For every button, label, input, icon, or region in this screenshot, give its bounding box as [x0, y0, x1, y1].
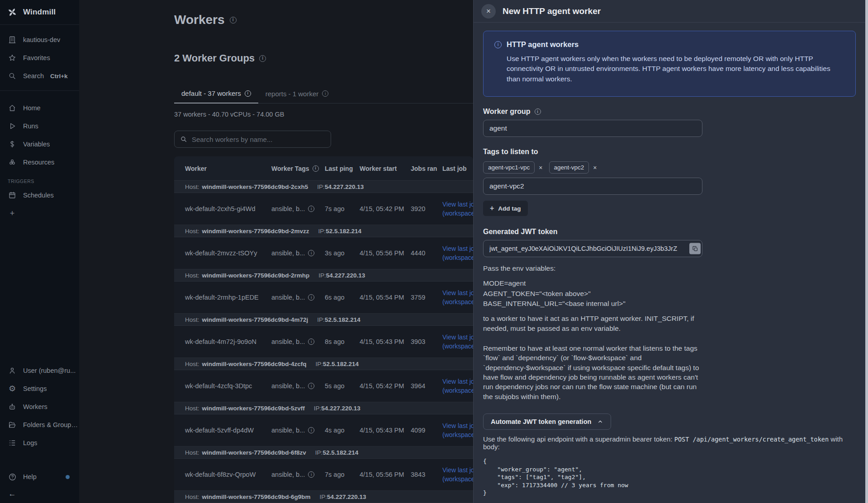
worker-group-input[interactable] [483, 120, 702, 137]
last-ping: 8s ago [325, 338, 360, 345]
search-icon [180, 136, 187, 143]
info-icon[interactable]: i [308, 471, 314, 478]
last-job-link[interactable]: View last jo(workspace [442, 288, 473, 307]
jwt-token-field [483, 240, 702, 257]
robot-icon [8, 403, 17, 411]
sidebar-item-user-ruben-ru[interactable]: User (ruben@ru... [0, 362, 79, 380]
worker-group-label-text: Worker group [483, 108, 531, 116]
dollar-icon [8, 140, 17, 148]
tab-reports-1-worker[interactable]: reports - 1 workeri [258, 87, 336, 103]
env-variables-lines: MODE=agentAGENT_TOKEN="<token above>"BAS… [483, 278, 856, 309]
last-job-link[interactable]: View last jo(workspace [442, 244, 473, 263]
host-row: Host:windmill-workers-77596dc9bd-4zcfqIP… [174, 358, 473, 370]
sidebar-bottom-nav: User (ruben@ru...⚙SettingsWorkersFolders… [0, 362, 79, 452]
env-variable-line: MODE=agent [483, 278, 856, 288]
arrow-left-icon: ← [8, 489, 17, 498]
drawer-title: New HTTP agent worker [503, 6, 601, 16]
tags-row: agent-vpc1-vpc×agent-vpc2× [483, 161, 856, 174]
sidebar-item-home[interactable]: Home [0, 99, 79, 117]
sidebar-item-kautious-dev[interactable]: kautious-dev [0, 31, 79, 49]
last-ping: 7s ago [325, 205, 360, 212]
last-job-link[interactable]: View last jo(workspace [442, 200, 473, 218]
sidebar-item-folders-groups[interactable]: Folders & Groups... [0, 416, 79, 434]
info-icon[interactable]: i [308, 206, 314, 212]
sidebar-item-schedules[interactable]: Schedules [0, 186, 79, 204]
info-icon[interactable]: i [259, 55, 266, 62]
tags-to-listen-label-text: Tags to listen to [483, 148, 538, 156]
collapse-sidebar-button[interactable]: ← [0, 486, 79, 502]
jwt-token-label: Generated JWT token [483, 228, 856, 236]
last-job-link[interactable]: View last jo(workspace [442, 465, 473, 484]
app-logo-row[interactable]: Windmill [0, 0, 79, 25]
worker-row: wk-default-6f8zv-QrpoWansible, b...i7s a… [174, 459, 473, 491]
sidebar-item-resources[interactable]: Resources [0, 153, 79, 171]
jobs-ran: 3843 [411, 471, 442, 478]
add-tag-button[interactable]: + Add tag [483, 201, 528, 216]
host-name: windmill-workers-77596dc9bd-4zcfq [202, 361, 307, 367]
remove-tag-icon[interactable]: × [539, 164, 542, 171]
info-icon: i [494, 41, 502, 48]
sidebar-item-logs[interactable]: Logs [0, 434, 79, 452]
env-variable-line: BASE_INTERNAL_URL="<base internal url>" [483, 299, 856, 309]
worker-start: 4/15, 05:43 PM [360, 338, 411, 345]
info-icon[interactable]: i [535, 108, 541, 115]
host-prefix: Host: [185, 449, 199, 456]
windmill-logo-icon [7, 7, 17, 17]
info-icon: i [245, 90, 251, 97]
sidebar-item-help[interactable]: Help [0, 468, 79, 486]
last-job-link[interactable]: View last jo(workspace [442, 421, 473, 440]
host-prefix: Host: [185, 183, 199, 190]
env-variables-outro: to a worker to have it act as an HTTP ag… [483, 314, 709, 334]
sidebar-item-favorites[interactable]: Favorites [0, 49, 79, 67]
info-icon[interactable]: i [308, 338, 314, 345]
host-row: Host:windmill-workers-77596dc9bd-4m72jIP… [174, 314, 473, 326]
sidebar-item-variables[interactable]: Variables [0, 135, 79, 153]
column-header-last-ping: Last ping [325, 165, 360, 172]
info-icon: i [322, 90, 328, 97]
add-tag-label: Add tag [498, 205, 521, 212]
host-prefix: Host: [185, 316, 199, 323]
add-trigger-button[interactable]: + [0, 204, 79, 222]
host-name: windmill-workers-77596dc9bd-2cxh5 [202, 183, 308, 190]
drawer-scrollbar[interactable] [865, 0, 868, 503]
host-ip: IP:52.5.182.214 [317, 316, 360, 323]
folder-icon [8, 421, 17, 429]
info-icon[interactable]: i [308, 427, 314, 433]
last-ping: 7s ago [325, 471, 360, 478]
info-icon[interactable]: i [308, 383, 314, 389]
star-icon [8, 54, 17, 62]
worker-name: wk-default-4zcfq-3Dtpc [185, 382, 271, 390]
worker-start: 4/15, 05:56 PM [360, 471, 411, 478]
env-variables-intro: Pass the env variables: [483, 264, 856, 273]
copy-icon[interactable] [689, 243, 701, 254]
tag-input[interactable] [483, 178, 702, 195]
automate-jwt-toggle-button[interactable]: Automate JWT token generation [483, 414, 611, 430]
sidebar-item-label: Workers [23, 403, 47, 410]
sidebar-item-runs[interactable]: Runs [0, 117, 79, 135]
host-prefix: Host: [185, 405, 199, 412]
host-name: windmill-workers-77596dc9bd-6g9bm [202, 494, 311, 500]
host-name: windmill-workers-77596dc9bd-5zvff [202, 405, 305, 412]
remove-tag-icon[interactable]: × [593, 164, 597, 171]
close-icon[interactable]: × [481, 4, 496, 19]
host-name: windmill-workers-77596dc9bd-6f8zv [202, 449, 306, 456]
tab-default-37-workers[interactable]: default - 37 workersi [174, 87, 258, 103]
worker-name: wk-default-5zvff-dp4dW [185, 427, 271, 434]
host-prefix: Host: [185, 361, 199, 367]
search-workers-input[interactable] [192, 136, 325, 143]
sidebar-item-search[interactable]: SearchCtrl+k [0, 67, 79, 85]
last-job-link[interactable]: View last jo(workspace [442, 333, 473, 351]
chevron-up-icon [597, 418, 603, 425]
last-job-link[interactable]: View last jo(workspace [442, 377, 473, 395]
info-icon[interactable]: i [230, 17, 237, 24]
triggers-section-label: TRIGGERS [0, 171, 79, 186]
worker-group-label: Worker group i [483, 108, 856, 116]
info-icon[interactable]: i [308, 250, 314, 256]
jobs-ran: 4440 [411, 249, 442, 257]
host-ip: IP:54.227.220.13 [318, 272, 365, 279]
jwt-token-input[interactable] [483, 240, 702, 257]
info-icon[interactable]: i [308, 294, 314, 301]
sidebar-item-workers[interactable]: Workers [0, 398, 79, 416]
sidebar-item-settings[interactable]: ⚙Settings [0, 380, 79, 398]
jobs-ran: 3920 [411, 205, 442, 212]
